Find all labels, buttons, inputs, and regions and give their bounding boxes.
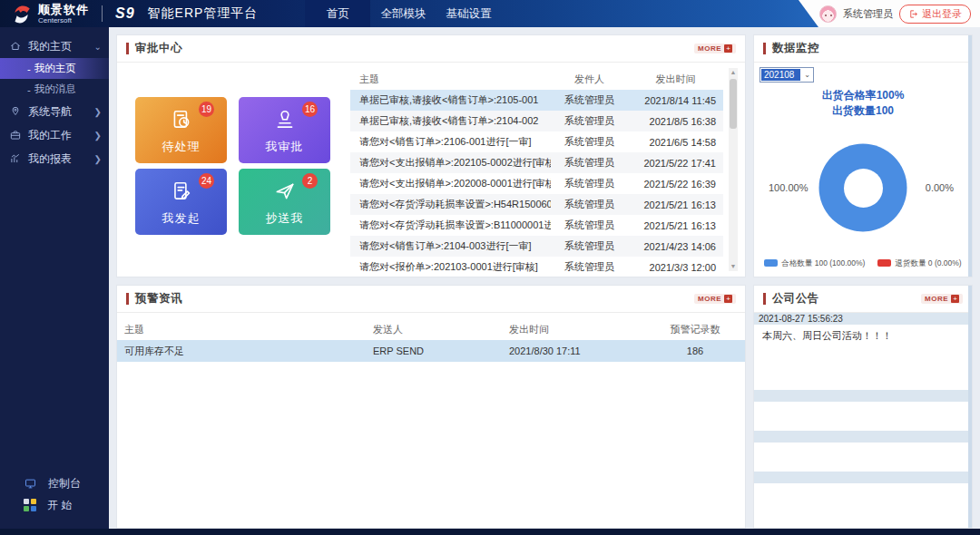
chevron-right-icon: ❯ bbox=[94, 154, 102, 164]
table-row[interactable]: 请您对<报价单>:202103-0001进行[审核] 系统管理员 2021/3/… bbox=[350, 257, 723, 277]
scroll-up-icon[interactable]: ▲ bbox=[729, 68, 738, 77]
panel-accent-bar bbox=[763, 43, 766, 54]
panel-scrollbar[interactable] bbox=[968, 286, 972, 528]
approval-table-header: 主题 发件人 发出时间 bbox=[350, 68, 723, 90]
sidebar-item-my-reports[interactable]: 我的报表 ❯ bbox=[0, 147, 109, 170]
cc-count-badge: 2 bbox=[302, 173, 318, 189]
announcement-date bbox=[754, 472, 972, 483]
panel-accent-bar bbox=[763, 293, 766, 305]
announcement-text bbox=[754, 483, 972, 512]
briefcase-icon bbox=[9, 129, 22, 141]
user-name: 系统管理员 bbox=[843, 7, 893, 21]
nav-tab-all-modules[interactable]: 全部模块 bbox=[370, 0, 436, 27]
chevron-right-icon: ❯ bbox=[94, 131, 102, 141]
sidebar-item-my-work[interactable]: 我的工作 ❯ bbox=[0, 123, 109, 147]
stamp-icon bbox=[273, 108, 297, 131]
chevron-down-icon: ⌄ bbox=[94, 42, 102, 52]
main-content: 审批中心 MORE + 19 待处理 16 我审批 bbox=[109, 27, 980, 529]
app-title: 智能ERP管理平台 bbox=[148, 5, 259, 22]
sidebar-item-system-nav[interactable]: 系统导航 ❯ bbox=[0, 100, 109, 123]
period-select[interactable]: 202108 ⌄ bbox=[760, 67, 814, 83]
sidebar: 我的主页 ⌄ - 我的主页 - 我的消息 系统导航 ❯ 我的工作 ❯ bbox=[0, 27, 109, 529]
tile-pending[interactable]: 19 待处理 bbox=[135, 97, 227, 163]
logo-name-cn: 顺景软件 bbox=[38, 4, 89, 15]
legend-item-return: 退货数量 0 (0.00%) bbox=[877, 258, 961, 269]
approval-more-button[interactable]: MORE + bbox=[694, 44, 736, 54]
more-box-icon: + bbox=[724, 44, 732, 53]
table-row[interactable]: 单据已审核,请接收<销售订单>:2104-002 系统管理员 2021/8/5 … bbox=[350, 111, 723, 131]
paper-plane-icon bbox=[273, 180, 297, 203]
nav-tab-home[interactable]: 首页 bbox=[305, 0, 370, 27]
panel-accent-bar bbox=[126, 43, 129, 54]
sidebar-item-my-messages[interactable]: - 我的消息 bbox=[0, 79, 109, 100]
sidebar-item-my-home-group[interactable]: 我的主页 ⌄ bbox=[0, 34, 109, 58]
table-row[interactable]: 请您对<存货浮动耗损率设置>:H54R15006002进行[审核] 系统管理员 … bbox=[350, 194, 723, 215]
table-row[interactable]: 可用库存不足 ERP SEND 2021/8/30 17:11 186 bbox=[117, 340, 745, 362]
my-approvals-count-badge: 16 bbox=[302, 102, 318, 117]
table-scrollbar[interactable]: ▲ ▼ bbox=[729, 68, 738, 271]
company-swirl-icon bbox=[9, 2, 33, 25]
user-zone: 系统管理员 退出登录 bbox=[799, 0, 980, 27]
bottom-bar bbox=[0, 529, 980, 535]
alerts-table-header: 主题 发送人 发出时间 预警记录数 bbox=[117, 318, 745, 340]
announcement-text bbox=[754, 402, 972, 431]
table-row[interactable]: 请您对<支出报销单>:202105-0002进行[审核] 系统管理员 2021/… bbox=[350, 152, 723, 173]
alerts-panel: 预警资讯 MORE + 主题 发送人 发出时间 预警记录数 可用库存不足 ERP… bbox=[116, 285, 746, 529]
announcement-item[interactable] bbox=[754, 431, 972, 472]
select-chevron-icon: ⌄ bbox=[801, 71, 813, 79]
monitor-icon bbox=[24, 477, 37, 491]
donut-ring[interactable] bbox=[819, 144, 907, 232]
more-box-icon: + bbox=[724, 295, 732, 303]
table-row[interactable]: 请您对<存货浮动耗损率设置>:B11000001进行[审核] 系统管理员 202… bbox=[350, 215, 723, 236]
start-grid-icon bbox=[24, 499, 36, 511]
panel-accent-bar bbox=[126, 293, 129, 305]
console-button[interactable]: 控制台 bbox=[0, 472, 109, 494]
announcement-date: 2021-08-27 15:56:23 bbox=[754, 313, 972, 325]
legend-item-pass: 合格数量 100 (100.00%) bbox=[764, 258, 865, 269]
scroll-down-icon[interactable]: ▼ bbox=[729, 262, 738, 271]
donut-left-label: 100.00% bbox=[769, 182, 808, 193]
announcements-more-button[interactable]: MORE + bbox=[921, 294, 963, 304]
table-row[interactable]: 请您对<支出报销单>:202008-0001进行[审核] 系统管理员 2021/… bbox=[350, 173, 723, 194]
alerts-table: 主题 发送人 发出时间 预警记录数 可用库存不足 ERP SEND 2021/8… bbox=[117, 318, 745, 362]
sidebar-item-my-home[interactable]: - 我的主页 bbox=[0, 58, 109, 79]
logout-button[interactable]: 退出登录 bbox=[899, 5, 971, 24]
panel-title: 公司公告 bbox=[772, 291, 819, 306]
table-row[interactable]: 请您对<销售订单>:2104-003进行[一审] 系统管理员 2021/4/23… bbox=[350, 236, 723, 257]
pass-rate-stat: 出货合格率100% bbox=[754, 88, 972, 103]
chart-legend: 合格数量 100 (100.00%) 退货数量 0 (0.00%) bbox=[754, 258, 972, 269]
logout-icon bbox=[908, 9, 918, 19]
announcement-item[interactable] bbox=[754, 472, 972, 512]
logo-name-en: Centersoft bbox=[38, 17, 89, 24]
brand-logo: 顺景软件 Centersoft S9 智能ERP管理平台 bbox=[0, 2, 258, 25]
more-box-icon: + bbox=[951, 295, 959, 303]
chart-icon bbox=[9, 152, 22, 165]
clipboard-clock-icon bbox=[170, 108, 193, 131]
announcement-item[interactable] bbox=[754, 390, 972, 431]
nav-tab-basic-settings[interactable]: 基础设置 bbox=[436, 0, 501, 27]
erp-dashboard: 顺景软件 Centersoft S9 智能ERP管理平台 首页 全部模块 基础设… bbox=[0, 0, 980, 535]
announcements-panel: 公司公告 MORE + 2021-08-27 15:56:23 本周六、周日公司… bbox=[753, 285, 973, 529]
legend-swatch-red bbox=[877, 259, 891, 267]
start-button[interactable]: 开 始 bbox=[0, 494, 109, 516]
product-logo: S9 bbox=[115, 5, 135, 22]
scrollbar-thumb[interactable] bbox=[730, 79, 737, 129]
panel-title: 数据监控 bbox=[772, 41, 819, 56]
donut-chart: 100.00% 0.00% bbox=[754, 133, 972, 242]
table-row[interactable]: 请您对<销售订单>:2106-001进行[一审] 系统管理员 2021/6/5 … bbox=[350, 131, 723, 152]
document-edit-icon bbox=[170, 180, 193, 203]
panel-scrollbar[interactable] bbox=[968, 35, 972, 277]
legend-swatch-blue bbox=[764, 259, 778, 267]
alerts-more-button[interactable]: MORE + bbox=[694, 294, 736, 304]
top-bar: 顺景软件 Centersoft S9 智能ERP管理平台 首页 全部模块 基础设… bbox=[0, 0, 980, 27]
panel-title: 预警资讯 bbox=[135, 291, 182, 306]
tile-my-approvals[interactable]: 16 我审批 bbox=[239, 97, 330, 163]
announcement-item[interactable]: 2021-08-27 15:56:23 本周六、周日公司活动！！！ bbox=[754, 313, 972, 390]
tile-cc-to-me[interactable]: 2 抄送我 bbox=[239, 169, 330, 235]
avatar[interactable] bbox=[819, 5, 837, 23]
logo-divider bbox=[102, 5, 103, 22]
data-monitor-panel: 数据监控 202108 ⌄ 出货合格率100% 出货数量100 100.00% … bbox=[753, 34, 973, 277]
tile-initiated-by-me[interactable]: 24 我发起 bbox=[135, 169, 227, 235]
period-selected-value: 202108 bbox=[761, 69, 800, 81]
table-row[interactable]: 单据已审核,请接收<销售订单>:2105-001 系统管理员 2021/8/14… bbox=[350, 90, 723, 111]
